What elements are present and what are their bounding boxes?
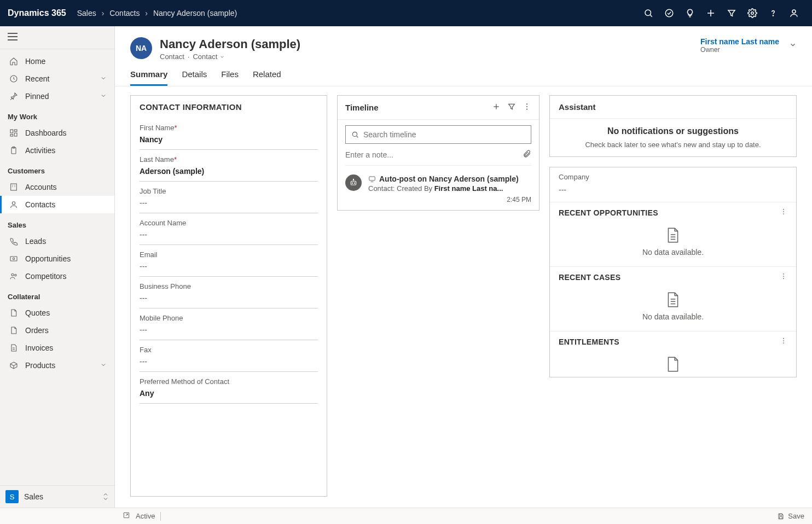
form-field[interactable]: Last Name*Aderson (sample) bbox=[140, 150, 318, 182]
box-icon bbox=[8, 361, 20, 370]
filter-icon[interactable] bbox=[721, 0, 742, 26]
svg-rect-18 bbox=[11, 184, 17, 190]
form-field[interactable]: First Name*Nancy bbox=[140, 118, 318, 150]
breadcrumb: Sales › Contacts › Nancy Aderson (sample… bbox=[77, 9, 237, 18]
save-button[interactable]: Save bbox=[777, 512, 804, 520]
invoice-icon bbox=[8, 343, 20, 352]
breadcrumb-sales[interactable]: Sales bbox=[77, 9, 96, 18]
breadcrumb-record[interactable]: Nancy Aderson (sample) bbox=[153, 9, 237, 18]
sidebar-item-pinned[interactable]: Pinned bbox=[0, 88, 114, 105]
app-brand: Dynamics 365 bbox=[8, 8, 66, 18]
lightbulb-icon[interactable] bbox=[680, 0, 700, 26]
field-value: --- bbox=[140, 357, 318, 366]
timeline-search-input[interactable] bbox=[363, 130, 525, 139]
sidebar-item-orders[interactable]: Orders bbox=[0, 322, 114, 339]
field-label: Last Name* bbox=[140, 155, 318, 164]
tab-related[interactable]: Related bbox=[253, 69, 281, 86]
record-owner: First name Last name Owner bbox=[700, 37, 797, 54]
owner-label: Owner bbox=[700, 46, 779, 54]
svg-point-54 bbox=[783, 340, 784, 341]
svg-point-42 bbox=[783, 211, 784, 212]
sidebar-item-contacts[interactable]: Contacts bbox=[0, 196, 114, 213]
tab-summary[interactable]: Summary bbox=[130, 69, 167, 86]
timeline-more-icon[interactable] bbox=[523, 102, 531, 113]
sidebar-item-dashboards[interactable]: Dashboards bbox=[0, 124, 114, 142]
sidebar-item-home[interactable]: Home bbox=[0, 53, 114, 70]
area-label: Sales bbox=[24, 492, 43, 501]
sidebar-item-invoices[interactable]: Invoices bbox=[0, 339, 114, 357]
tab-details[interactable]: Details bbox=[182, 69, 207, 86]
timeline-item-time: 2:45 PM bbox=[368, 196, 531, 203]
chevron-down-icon bbox=[100, 74, 107, 83]
form-field[interactable]: Preferred Method of ContactAny bbox=[140, 372, 318, 404]
phone-icon bbox=[8, 237, 20, 246]
header-expand-icon[interactable] bbox=[789, 41, 797, 50]
sidebar-item-competitors[interactable]: Competitors bbox=[0, 267, 114, 285]
sidebar-item-opportunities[interactable]: Opportunities bbox=[0, 250, 114, 267]
help-icon[interactable] bbox=[763, 0, 784, 26]
form-field[interactable]: Job Title--- bbox=[140, 182, 318, 213]
chevron-down-icon bbox=[100, 361, 107, 370]
form-field[interactable]: Email--- bbox=[140, 245, 318, 277]
timeline-item[interactable]: Auto-post on Nancy Aderson (sample) Cont… bbox=[338, 171, 539, 210]
breadcrumb-contacts[interactable]: Contacts bbox=[109, 9, 140, 18]
hamburger-icon[interactable] bbox=[0, 26, 114, 49]
owner-link[interactable]: First name Last name bbox=[700, 37, 779, 46]
timeline-search[interactable] bbox=[345, 125, 531, 144]
user-icon[interactable] bbox=[784, 0, 804, 26]
svg-rect-58 bbox=[780, 516, 782, 519]
timeline-add-icon[interactable] bbox=[492, 102, 501, 113]
building-icon bbox=[8, 183, 20, 191]
sidebar-item-activities[interactable]: Activities bbox=[0, 142, 114, 159]
timeline-note-input[interactable] bbox=[345, 150, 523, 159]
field-value: --- bbox=[140, 230, 318, 239]
field-value: --- bbox=[140, 262, 318, 271]
form-selector[interactable]: Contact bbox=[193, 53, 225, 61]
save-label: Save bbox=[788, 512, 804, 520]
add-icon[interactable] bbox=[700, 0, 721, 26]
tab-files[interactable]: Files bbox=[221, 69, 239, 86]
attachment-icon[interactable] bbox=[523, 149, 531, 160]
document-icon bbox=[8, 326, 20, 335]
svg-point-26 bbox=[11, 273, 14, 276]
form-field[interactable]: Fax--- bbox=[140, 340, 318, 372]
updown-icon[interactable] bbox=[102, 492, 109, 501]
svg-point-7 bbox=[792, 10, 796, 13]
form-field[interactable]: Mobile Phone--- bbox=[140, 308, 318, 340]
task-icon[interactable] bbox=[659, 0, 680, 26]
company-value[interactable]: --- bbox=[550, 184, 796, 202]
bot-icon bbox=[345, 174, 362, 191]
sidebar-area-switcher[interactable]: S Sales bbox=[0, 485, 114, 508]
more-icon[interactable] bbox=[780, 208, 787, 217]
sidebar-label: Dashboards bbox=[25, 129, 67, 137]
sidebar-label: Competitors bbox=[25, 272, 66, 281]
ent-nodata bbox=[550, 352, 796, 377]
popout-icon[interactable] bbox=[123, 511, 130, 521]
field-value: Any bbox=[140, 389, 318, 398]
svg-point-31 bbox=[526, 106, 527, 107]
contact-info-card: CONTACT INFORMATION First Name*NancyLast… bbox=[130, 95, 327, 497]
sidebar-label: Products bbox=[25, 361, 55, 370]
company-label: Company bbox=[559, 173, 589, 181]
search-icon[interactable] bbox=[638, 0, 659, 26]
sidebar-item-accounts[interactable]: Accounts bbox=[0, 178, 114, 196]
more-icon[interactable] bbox=[780, 337, 787, 346]
sidebar-label: Recent bbox=[25, 74, 49, 83]
form-field[interactable]: Business Phone--- bbox=[140, 277, 318, 308]
more-icon[interactable] bbox=[780, 272, 787, 282]
sidebar-item-recent[interactable]: Recent bbox=[0, 70, 114, 88]
svg-point-48 bbox=[783, 276, 784, 277]
field-value: --- bbox=[140, 199, 318, 207]
gear-icon[interactable] bbox=[742, 0, 763, 26]
svg-point-47 bbox=[783, 273, 784, 275]
sidebar-item-quotes[interactable]: Quotes bbox=[0, 304, 114, 322]
sidebar-item-leads[interactable]: Leads bbox=[0, 232, 114, 250]
pin-icon bbox=[8, 92, 20, 101]
form-field[interactable]: Account Name--- bbox=[140, 213, 318, 245]
svg-point-30 bbox=[526, 103, 527, 104]
svg-rect-14 bbox=[14, 133, 17, 136]
sidebar-item-products[interactable]: Products bbox=[0, 357, 114, 374]
svg-point-2 bbox=[665, 9, 673, 17]
timeline-filter-icon[interactable] bbox=[507, 102, 516, 113]
assistant-empty-text: Check back later to see what's new and s… bbox=[561, 141, 785, 149]
